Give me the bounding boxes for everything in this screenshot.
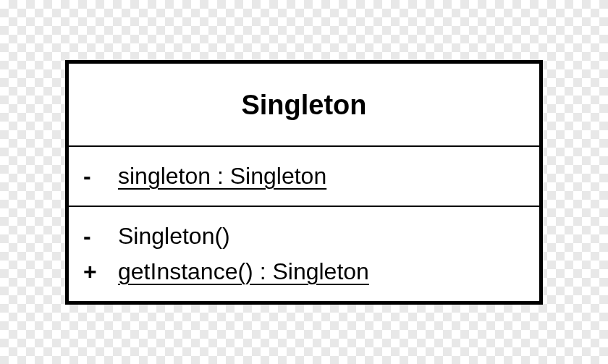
class-name-section: Singleton bbox=[69, 64, 539, 145]
visibility-marker: + bbox=[83, 258, 118, 285]
methods-section: - Singleton() + getInstance() : Singleto… bbox=[69, 206, 539, 301]
class-name: Singleton bbox=[83, 75, 525, 134]
uml-class-box: Singleton - singleton : Singleton - Sing… bbox=[65, 60, 543, 305]
visibility-marker: - bbox=[83, 163, 118, 190]
visibility-marker: - bbox=[83, 223, 118, 250]
attributes-section: - singleton : Singleton bbox=[69, 145, 539, 206]
method-row: + getInstance() : Singleton bbox=[83, 254, 525, 289]
attribute-row: - singleton : Singleton bbox=[83, 158, 525, 194]
attribute-text: singleton : Singleton bbox=[118, 163, 326, 190]
method-row: - Singleton() bbox=[83, 219, 525, 254]
method-text: Singleton() bbox=[118, 223, 230, 250]
method-text: getInstance() : Singleton bbox=[118, 258, 369, 285]
